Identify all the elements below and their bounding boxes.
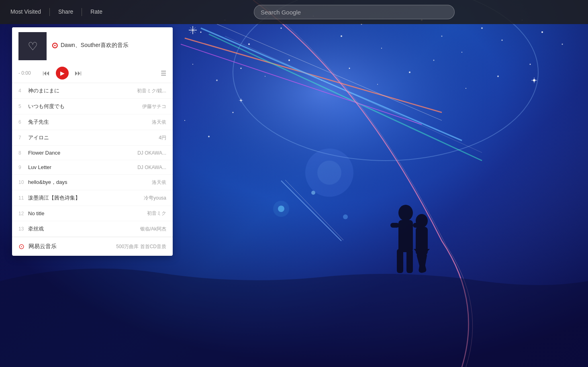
svg-point-56 — [416, 214, 428, 228]
track-item-10[interactable]: 10 hello&bye，days 洛天依 — [12, 175, 173, 190]
track-item-4[interactable]: 4 神のまにまに 初音ミク/鏡... — [12, 83, 173, 99]
track-item-5[interactable]: 5 いつも何度でも 伊藤サチコ — [12, 99, 173, 114]
track-artist-10: 洛天依 — [152, 179, 166, 186]
netease-footer-icon: ⊙ — [18, 242, 24, 251]
music-header: ♡ ⊙ Dawn、Souther喜欢的音乐 — [12, 27, 173, 65]
track-num-11: 11 — [18, 195, 28, 201]
track-artist-7: 4円 — [159, 135, 166, 141]
track-artist-9: DJ OKAWA... — [137, 165, 166, 170]
track-item-8[interactable]: 8 Flower Dance DJ OKAWA... — [12, 146, 173, 160]
svg-point-26 — [409, 71, 410, 73]
svg-point-17 — [562, 44, 563, 45]
svg-point-18 — [192, 64, 193, 65]
svg-point-14 — [502, 40, 503, 41]
heart-icon: ♡ — [28, 40, 38, 53]
player-controls: - 0:00 ⏮ ▶ ⏭ ☰ — [12, 65, 173, 83]
search-container: Search Google — [0, 0, 588, 24]
track-artist-11: 冷弯yousa — [144, 195, 166, 202]
svg-point-50 — [398, 205, 413, 221]
track-name-13: 牵丝戏 — [28, 225, 140, 232]
track-num-10: 10 — [18, 179, 28, 185]
svg-point-16 — [541, 31, 543, 33]
playlist: 4 神のまにまに 初音ミク/鏡... 5 いつも何度でも 伊藤サチコ 6 兔子先… — [12, 83, 173, 237]
search-bar[interactable]: Search Google — [254, 5, 455, 19]
svg-point-2 — [200, 32, 202, 33]
track-item-7[interactable]: 7 アイロニ 4円 — [12, 130, 173, 146]
track-num-12: 12 — [18, 211, 28, 216]
prev-button[interactable]: ⏮ — [41, 68, 51, 78]
track-num-6: 6 — [18, 119, 28, 125]
track-item-12[interactable]: 12 No title 初音ミク — [12, 206, 173, 221]
svg-point-11 — [441, 36, 443, 37]
track-item-9[interactable]: 9 Luv Letter DJ OKAWA... — [12, 160, 173, 175]
svg-point-12 — [461, 52, 462, 53]
svg-point-32 — [208, 136, 210, 137]
track-name-5: いつも何度でも — [28, 103, 142, 110]
play-button[interactable]: ▶ — [56, 67, 69, 80]
track-name-11: 泼墨滴江【茜色诗集】 — [28, 194, 144, 202]
svg-point-4 — [248, 43, 250, 45]
track-name-10: hello&bye，days — [28, 179, 152, 186]
footer-tagline: 500万曲库 首首CD音质 — [116, 243, 166, 250]
svg-point-28 — [466, 88, 466, 89]
svg-point-24 — [349, 68, 350, 69]
track-item-13[interactable]: 13 牵丝戏 银临/Ak阿杰 — [12, 221, 173, 237]
svg-point-19 — [216, 80, 218, 81]
netease-icon: ⊙ — [51, 41, 58, 50]
playlist-title: Dawn、Souther喜欢的音乐 — [61, 42, 129, 49]
track-artist-13: 银临/Ak阿杰 — [140, 226, 166, 232]
music-widget: ♡ ⊙ Dawn、Souther喜欢的音乐 - 0:00 ⏮ ▶ ⏭ ☰ 4 神… — [12, 27, 173, 256]
track-artist-5: 伊藤サチコ — [142, 103, 166, 110]
track-num-9: 9 — [18, 165, 28, 170]
svg-point-27 — [433, 60, 435, 61]
svg-point-5 — [281, 28, 282, 29]
svg-point-20 — [241, 68, 242, 69]
svg-point-31 — [184, 120, 185, 121]
svg-point-21 — [265, 76, 265, 77]
svg-point-63 — [273, 201, 289, 217]
svg-rect-53 — [406, 249, 413, 273]
track-item-6[interactable]: 6 兔子先生 洛天依 — [12, 114, 173, 130]
track-item-11[interactable]: 11 泼墨滴江【茜色诗集】 冷弯yousa — [12, 190, 173, 206]
play-icon: ▶ — [60, 70, 65, 76]
svg-point-30 — [530, 64, 531, 65]
svg-point-29 — [497, 75, 499, 77]
music-info: ⊙ Dawn、Souther喜欢的音乐 — [51, 41, 166, 52]
svg-point-65 — [343, 214, 348, 219]
track-num-5: 5 — [18, 104, 28, 109]
track-name-9: Luv Letter — [28, 164, 137, 170]
svg-point-22 — [288, 59, 290, 61]
track-artist-8: DJ OKAWA... — [137, 150, 166, 156]
svg-rect-54 — [390, 223, 399, 228]
svg-point-33 — [233, 112, 234, 113]
footer-brand: 网易云音乐 — [29, 243, 57, 250]
track-name-6: 兔子先生 — [28, 118, 152, 126]
svg-point-7 — [341, 35, 342, 37]
track-name-12: No title — [28, 210, 147, 216]
search-placeholder: Search Google — [261, 9, 301, 16]
queue-button[interactable]: ☰ — [161, 69, 166, 77]
track-num-8: 8 — [18, 150, 28, 156]
next-button[interactable]: ⏭ — [74, 68, 83, 78]
track-name-8: Flower Dance — [28, 150, 137, 156]
svg-point-61 — [317, 161, 341, 185]
widget-footer[interactable]: ⊙ 网易云音乐 500万曲库 首首CD音质 — [12, 237, 173, 256]
time-display: - 0:00 — [18, 70, 37, 76]
track-artist-6: 洛天依 — [152, 119, 166, 126]
track-num-7: 7 — [18, 135, 28, 141]
track-num-4: 4 — [18, 88, 28, 94]
svg-point-64 — [311, 191, 315, 195]
svg-rect-52 — [397, 249, 403, 273]
track-name-4: 神のまにまに — [28, 87, 137, 94]
track-num-13: 13 — [18, 226, 28, 232]
track-artist-12: 初音ミク — [147, 210, 166, 217]
svg-point-9 — [381, 48, 382, 49]
svg-point-13 — [481, 27, 483, 29]
track-artist-4: 初音ミク/鏡... — [137, 88, 166, 94]
track-name-7: アイロニ — [28, 134, 159, 141]
album-art: ♡ — [18, 32, 47, 60]
svg-point-25 — [377, 84, 378, 85]
svg-rect-51 — [398, 220, 413, 252]
